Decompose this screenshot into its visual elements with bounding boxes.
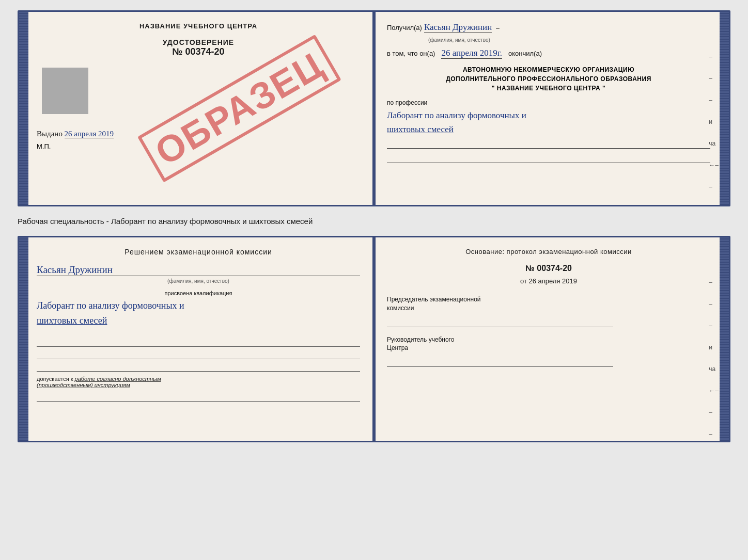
bottom-underline4 <box>37 391 360 402</box>
cert-issued-line: Выдано 26 апреля 2019 <box>37 130 360 138</box>
chairman-signature-line <box>387 317 613 327</box>
cert-number-section: УДОСТОВЕРЕНИЕ № 00374-20 <box>37 38 360 57</box>
bottom-right-number: № 00374-20 <box>387 264 710 273</box>
bottom-name-sublabel: (фамилия, имя, отчество) <box>37 278 360 284</box>
top-certificate-book: НАЗВАНИЕ УЧЕБНОГО ЦЕНТРА УДОСТОВЕРЕНИЕ №… <box>18 10 730 206</box>
cert-center-title: НАЗВАНИЕ УЧЕБНОГО ЦЕНТРА <box>37 22 360 30</box>
underline2 <box>387 151 710 163</box>
issued-date: 26 апреля 2019 <box>65 130 114 138</box>
org-line1: АВТОНОМНУЮ НЕКОММЕРЧЕСКУЮ ОРГАНИЗАЦИЮ <box>387 65 710 74</box>
org-line3: " НАЗВАНИЕ УЧЕБНОГО ЦЕНТРА " <box>387 84 710 93</box>
bottom-допускается: допускается к работе согласно должностны… <box>37 376 360 388</box>
cert-right-page: Получил(а) Касьян Дружинин – (фамилия, и… <box>372 12 729 205</box>
bottom-section-title: Решением экзаменационной комиссии <box>37 248 360 256</box>
cert-number: № 00374-20 <box>37 46 360 57</box>
date-value: 26 апреля 2019г. <box>441 48 502 59</box>
right-side-marks: – – – и ча ←– – <box>709 53 719 190</box>
dash1: – <box>496 24 500 32</box>
director-label: Руководитель учебногоЦентра <box>387 335 710 353</box>
bottom-right-page: Основание: протокол экзаменационной коми… <box>372 237 729 441</box>
bottom-right-title: Основание: протокол экзаменационной коми… <box>387 248 710 255</box>
bottom-underline1 <box>37 337 360 347</box>
bottom-left-page: Решением экзаменационной комиссии Касьян… <box>19 237 372 441</box>
issued-label: Выдано <box>37 130 63 138</box>
chairman-label: Председатель экзаменационнойкомиссии <box>387 295 710 313</box>
org-line2: ДОПОЛНИТЕЛЬНОГО ПРОФЕССИОНАЛЬНОГО ОБРАЗО… <box>387 74 710 84</box>
bottom-underline3 <box>37 361 360 372</box>
bottom-certificate-book: Решением экзаменационной комиссии Касьян… <box>18 236 730 442</box>
finished-line: в том, что он(а) 26 апреля 2019г. окончи… <box>387 48 710 59</box>
mp-label: М.П. <box>37 142 360 150</box>
document-container: НАЗВАНИЕ УЧЕБНОГО ЦЕНТРА УДОСТОВЕРЕНИЕ №… <box>18 10 730 442</box>
photo-placeholder <box>42 68 88 114</box>
finished-label: окончил(а) <box>508 50 542 57</box>
in-that-label: в том, что он(а) <box>387 50 435 57</box>
specialty-text: Рабочая специальность - Лаборант по анал… <box>18 215 313 228</box>
bottom-underlines <box>37 337 360 372</box>
bottom-underline2 <box>37 349 360 359</box>
profession-label: по профессии <box>387 99 710 106</box>
name-sublabel: (фамилия, имя, отчество) <box>428 37 710 43</box>
cert-left-page: НАЗВАНИЕ УЧЕБНОГО ЦЕНТРА УДОСТОВЕРЕНИЕ №… <box>24 12 372 205</box>
underline1 <box>387 136 710 149</box>
received-line: Получил(а) Касьян Дружинин – <box>387 22 710 33</box>
org-block: АВТОНОМНУЮ НЕКОММЕРЧЕСКУЮ ОРГАНИЗАЦИЮ ДО… <box>387 65 710 93</box>
received-name: Касьян Дружинин <box>424 22 492 33</box>
bottom-right-side-marks: – – – и ча ←– – – <box>709 279 719 438</box>
bottom-right-date: от 26 апреля 2019 <box>387 277 710 285</box>
director-signature-line <box>387 357 613 367</box>
bottom-qualification-label: присвоена квалификация <box>37 290 360 296</box>
cert-label: УДОСТОВЕРЕНИЕ <box>37 38 360 46</box>
bottom-qualification-handwritten: Лаборант по анализу формовочных и шихтов… <box>37 298 360 328</box>
received-label: Получил(а) <box>387 24 422 31</box>
profession-handwritten: Лаборант по анализу формовочных и шихтов… <box>387 108 710 136</box>
bottom-name-handwritten: Касьян Дружинин <box>37 264 360 276</box>
